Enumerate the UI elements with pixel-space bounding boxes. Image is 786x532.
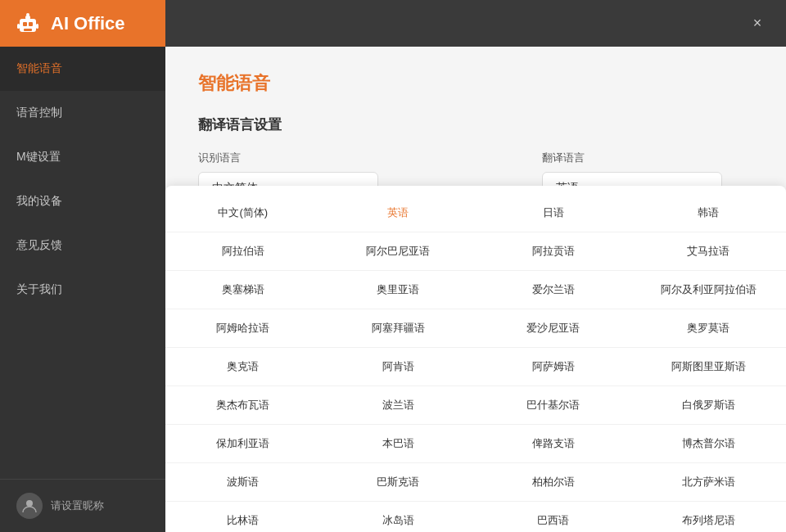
language-item[interactable]: 阿尔巴尼亚语 <box>321 232 477 271</box>
sidebar-item-smart-voice[interactable]: 智能语音 <box>0 47 165 91</box>
sidebar-bottom: 请设置昵称 <box>0 479 165 532</box>
language-item[interactable]: 俾路支语 <box>476 425 631 463</box>
main-content: 智能语音 翻译语言设置 识别语言 中文简体 ▼ 翻译语言 英语 ▼ 中文(简体)… <box>165 47 786 532</box>
svg-rect-1 <box>23 22 27 26</box>
svg-rect-7 <box>24 29 32 31</box>
svg-rect-5 <box>17 24 20 29</box>
language-item[interactable]: 奥里亚语 <box>321 271 477 309</box>
language-item[interactable]: 奥杰布瓦语 <box>165 386 321 425</box>
close-button[interactable]: × <box>745 11 770 36</box>
source-lang-label: 识别语言 <box>198 151 378 165</box>
language-item[interactable]: 爱沙尼亚语 <box>476 309 631 348</box>
app-logo: AI Office <box>0 9 124 38</box>
language-item[interactable]: 巴斯克语 <box>321 463 477 502</box>
language-item[interactable]: 布列塔尼语 <box>631 502 787 532</box>
language-item[interactable]: 冰岛语 <box>321 502 477 532</box>
svg-rect-2 <box>29 22 33 26</box>
sidebar-item-voice-control[interactable]: 语音控制 <box>0 91 165 135</box>
title-bar-right: × <box>165 0 786 47</box>
section-title: 翻译语言设置 <box>198 115 753 134</box>
sidebar: 智能语音 语音控制 M键设置 我的设备 意见反馈 关于我们 请设置昵称 <box>0 47 165 532</box>
language-item[interactable]: 阿姆哈拉语 <box>165 309 321 348</box>
language-item[interactable]: 爱尔兰语 <box>476 271 631 309</box>
language-item[interactable]: 保加利亚语 <box>165 425 321 463</box>
sidebar-item-my-device[interactable]: 我的设备 <box>0 179 165 223</box>
language-grid: 中文(简体)英语日语韩语阿拉伯语阿尔巴尼亚语阿拉贡语艾马拉语奥塞梯语奥里亚语爱尔… <box>165 194 786 532</box>
title-bar-left: AI Office <box>0 0 165 47</box>
language-item[interactable]: 奥克语 <box>165 348 321 386</box>
language-item[interactable]: 比林语 <box>165 502 321 532</box>
language-item[interactable]: 日语 <box>476 194 631 232</box>
language-item[interactable]: 白俄罗斯语 <box>631 386 787 425</box>
language-item[interactable]: 阿拉贡语 <box>476 232 631 271</box>
sidebar-item-about[interactable]: 关于我们 <box>0 268 165 312</box>
language-item[interactable]: 阿萨姆语 <box>476 348 631 386</box>
language-item[interactable]: 波兰语 <box>321 386 477 425</box>
language-item[interactable]: 艾马拉语 <box>631 232 787 271</box>
language-item[interactable]: 北方萨米语 <box>631 463 787 502</box>
language-item[interactable]: 本巴语 <box>321 425 477 463</box>
language-item[interactable]: 中文(简体) <box>165 194 321 232</box>
sidebar-item-m-key[interactable]: M键设置 <box>0 135 165 179</box>
language-item[interactable]: 韩语 <box>631 194 787 232</box>
language-item[interactable]: 阿斯图里亚斯语 <box>631 348 787 386</box>
language-item[interactable]: 巴什基尔语 <box>476 386 631 425</box>
language-item[interactable]: 波斯语 <box>165 463 321 502</box>
language-dropdown[interactable]: 中文(简体)英语日语韩语阿拉伯语阿尔巴尼亚语阿拉贡语艾马拉语奥塞梯语奥里亚语爱尔… <box>165 186 786 532</box>
language-item[interactable]: 博杰普尔语 <box>631 425 787 463</box>
language-item[interactable]: 阿塞拜疆语 <box>321 309 477 348</box>
language-item[interactable]: 阿拉伯语 <box>165 232 321 271</box>
language-item[interactable]: 阿肯语 <box>321 348 477 386</box>
language-item[interactable]: 英语 <box>321 194 477 232</box>
language-item[interactable]: 阿尔及利亚阿拉伯语 <box>631 271 787 309</box>
target-lang-label: 翻译语言 <box>542 151 722 165</box>
svg-point-8 <box>26 500 33 507</box>
svg-rect-6 <box>36 24 38 29</box>
language-item[interactable]: 奥罗莫语 <box>631 309 787 348</box>
svg-point-4 <box>26 13 29 16</box>
sidebar-item-feedback[interactable]: 意见反馈 <box>0 223 165 268</box>
language-item[interactable]: 巴西语 <box>476 502 631 532</box>
page-title: 智能语音 <box>198 71 753 96</box>
robot-icon <box>13 9 43 38</box>
user-nickname: 请设置昵称 <box>51 498 104 513</box>
avatar <box>16 493 43 519</box>
app-title: AI Office <box>51 13 124 34</box>
language-item[interactable]: 柏柏尔语 <box>476 463 631 502</box>
language-item[interactable]: 奥塞梯语 <box>165 271 321 309</box>
